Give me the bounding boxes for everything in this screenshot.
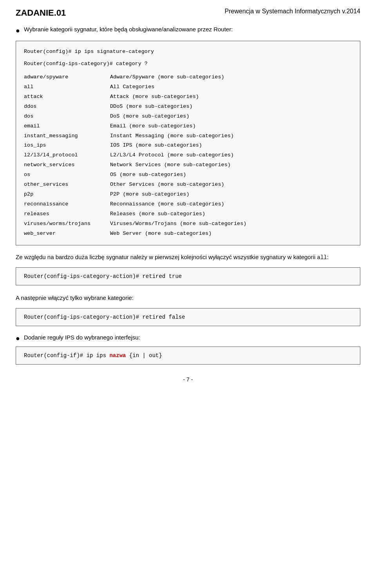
- page-header: ZADANIE.01 Prewencja w Systemach Informa…: [16, 8, 360, 18]
- category-key: attack: [24, 92, 110, 102]
- category-value: Network Services (more sub-categories): [110, 160, 352, 170]
- section4-code-prefix: Router(config-if)# ip ips: [24, 352, 109, 359]
- table-row: ddosDDoS (more sub-categories): [24, 102, 352, 112]
- category-key: adware/spyware: [24, 73, 110, 82]
- section2-text-part1: Ze względu na bardzo duża liczbę sygnatu…: [16, 254, 317, 260]
- category-key: email: [24, 122, 110, 131]
- category-key: os: [24, 170, 110, 180]
- code-line1: Router(config)# ip ips signature-categor…: [24, 47, 352, 56]
- table-row: allAll Categories: [24, 82, 352, 92]
- section3-code-box: Router(config-ips-category-action)# reti…: [16, 308, 360, 326]
- category-key: ddos: [24, 102, 110, 112]
- category-value: IOS IPS (more sub-categories): [110, 141, 352, 151]
- section1-intro-text: Wybranie kategorii sygnatur, które będą …: [24, 25, 233, 34]
- table-row: network_servicesNetwork Services (more s…: [24, 160, 352, 170]
- section4-intro-wrapper: ● Dodanie reguły IPS do wybranego interf…: [16, 334, 360, 343]
- section4-intro-text: Dodanie reguły IPS do wybranego interfej…: [24, 334, 140, 341]
- section3-text: A następnie włączyć tylko wybrane katego…: [16, 293, 360, 303]
- category-value: Attack (more sub-categories): [110, 92, 352, 102]
- table-row: adware/spywareAdware/Spyware (more sub-c…: [24, 73, 352, 82]
- section2-code-line: Router(config-ips-category-action)# reti…: [24, 273, 182, 279]
- category-key: web_server: [24, 229, 110, 239]
- category-value: Email (more sub-categories): [110, 122, 352, 131]
- bullet-icon: ●: [16, 25, 20, 36]
- category-key: ios_ips: [24, 141, 110, 151]
- category-value: Releases (more sub-categories): [110, 209, 352, 219]
- table-row: releasesReleases (more sub-categories): [24, 209, 352, 219]
- category-key: network_services: [24, 160, 110, 170]
- category-value: DoS (more sub-categories): [110, 112, 352, 122]
- section4-code-box: Router(config-if)# ip ips nazwa {in | ou…: [16, 347, 360, 365]
- section1-code-box: Router(config)# ip ips signature-categor…: [16, 41, 360, 245]
- table-row: other_servicesOther Services (more sub-c…: [24, 180, 352, 190]
- section4-code-suffix: {in | out}: [126, 352, 162, 359]
- section2-code-box: Router(config-ips-category-action)# reti…: [16, 267, 360, 285]
- section2-text-code: all: [317, 254, 327, 261]
- table-row: emailEmail (more sub-categories): [24, 122, 352, 131]
- section3-code-line: Router(config-ips-category-action)# reti…: [24, 314, 185, 320]
- table-row: osOS (more sub-categories): [24, 170, 352, 180]
- table-row: viruses/worms/trojansViruses/Worms/Troja…: [24, 219, 352, 229]
- section4-code-highlight: nazwa: [109, 352, 126, 359]
- category-key: instant_messaging: [24, 131, 110, 141]
- code-line2: Router(config-ips-category)# category ?: [24, 60, 352, 69]
- category-value: All Categories: [110, 82, 352, 92]
- table-row: dosDoS (more sub-categories): [24, 112, 352, 122]
- table-row: attackAttack (more sub-categories): [24, 92, 352, 102]
- page-title: ZADANIE.01: [16, 8, 66, 18]
- category-key: l2/l3/l4_protocol: [24, 151, 110, 160]
- category-key: p2p: [24, 190, 110, 200]
- category-value: Web Server (more sub-categories): [110, 229, 352, 239]
- category-value: Reconnaissance (more sub-categories): [110, 200, 352, 209]
- category-value: OS (more sub-categories): [110, 170, 352, 180]
- table-row: instant_messagingInstant Messaging (more…: [24, 131, 352, 141]
- table-row: p2pP2P (more sub-categories): [24, 190, 352, 200]
- category-value: P2P (more sub-categories): [110, 190, 352, 200]
- category-key: viruses/worms/trojans: [24, 219, 110, 229]
- category-value: Other Services (more sub-categories): [110, 180, 352, 190]
- page-subtitle: Prewencja w Systemach Informatycznych v.…: [224, 8, 360, 15]
- section3-text-content: A następnie włączyć tylko wybrane katego…: [16, 294, 134, 301]
- category-key: dos: [24, 112, 110, 122]
- section1-intro: ● Wybranie kategorii sygnatur, które będ…: [16, 25, 360, 36]
- category-value: L2/L3/L4 Protocol (more sub-categories): [110, 151, 352, 160]
- category-value: Adware/Spyware (more sub-categories): [110, 73, 352, 82]
- category-key: other_services: [24, 180, 110, 190]
- table-row: reconnaissanceReconnaissance (more sub-c…: [24, 200, 352, 209]
- section2-text-part2: :: [327, 254, 329, 260]
- bullet-icon-2: ●: [16, 334, 20, 343]
- category-key: reconnaissance: [24, 200, 110, 209]
- category-key: all: [24, 82, 110, 92]
- category-value: DDoS (more sub-categories): [110, 102, 352, 112]
- table-row: web_serverWeb Server (more sub-categorie…: [24, 229, 352, 239]
- section2-text: Ze względu na bardzo duża liczbę sygnatu…: [16, 252, 360, 262]
- table-row: l2/l3/l4_protocolL2/L3/L4 Protocol (more…: [24, 151, 352, 160]
- category-value: Instant Messaging (more sub-categories): [110, 131, 352, 141]
- table-row: ios_ipsIOS IPS (more sub-categories): [24, 141, 352, 151]
- page-number: - 7 -: [16, 376, 360, 383]
- category-table: adware/spywareAdware/Spyware (more sub-c…: [24, 73, 352, 239]
- category-value: Viruses/Worms/Trojans (more sub-categori…: [110, 219, 352, 229]
- category-key: releases: [24, 209, 110, 219]
